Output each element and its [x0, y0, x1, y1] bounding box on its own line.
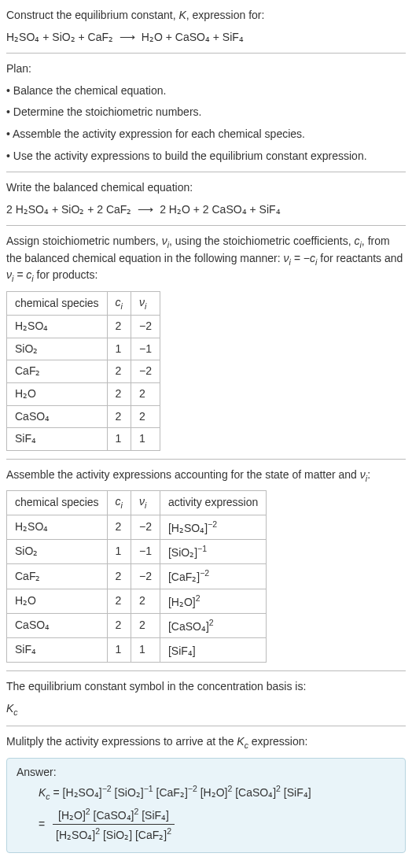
cell: SiF₄ [7, 428, 108, 451]
col-ci: ci [107, 491, 131, 515]
cell: 2 [107, 316, 131, 338]
table-row: H₂SO₄2−2[H₂SO₄]−2 [7, 515, 267, 539]
plan-bullet-2-text: Determine the stoichiometric numbers. [13, 105, 202, 118]
cell: 2 [107, 589, 131, 613]
cell: −2 [131, 316, 160, 338]
multiply-text-a: Mulitply the activity expressions to arr… [6, 735, 237, 748]
intro-text-a: Construct the equilibrium constant, [6, 9, 178, 21]
cell: SiO₂ [7, 540, 108, 564]
plan-bullet-1: • Balance the chemical equation. [6, 83, 406, 99]
divider [6, 53, 406, 54]
nu-symbol: νi [360, 468, 367, 481]
cell: SiF₄ [7, 638, 108, 663]
cell: 2 [107, 515, 131, 539]
table-row: H₂O22[H₂O]2 [7, 589, 267, 613]
table-row: SiF₄11 [7, 428, 160, 451]
plan-bullet-4: • Use the activity expressions to build … [6, 149, 406, 164]
cell: H₂SO₄ [7, 316, 108, 338]
cell: 2 [107, 564, 131, 589]
col-species: chemical species [7, 291, 108, 315]
arrow-icon: ⟶ [116, 31, 138, 43]
assign-paragraph: Assign stoichiometric numbers, νi, using… [6, 234, 406, 284]
stoich-table: chemical species ci νi H₂SO₄2−2 SiO₂1−1 … [6, 291, 160, 451]
plan-bullet-1-text: Balance the chemical equation. [13, 84, 167, 97]
base: [H₂O] [168, 595, 196, 608]
divider [6, 225, 406, 226]
multiply-text: Mulitply the activity expressions to arr… [6, 734, 406, 751]
table-row: H₂O22 [7, 383, 160, 406]
table-row: SiF₄11[SiF₄] [7, 638, 267, 663]
table-row: CaF₂2−2[CaF₂]−2 [7, 564, 267, 589]
fraction: [H₂O]2 [CaSO₄]2 [SiF₄] [H₂SO₄]2 [SiO₂] [… [53, 806, 175, 844]
kc: Kc [39, 786, 50, 799]
balanced-rhs: 2 H₂O + 2 CaSO₄ + SiF₄ [160, 203, 280, 216]
cell: [H₂SO₄]−2 [160, 515, 266, 539]
cell: [SiF₄] [160, 638, 266, 663]
cell: 2 [107, 360, 131, 383]
unbalanced-equation: H₂SO₄ + SiO₂ + CaF₂ ⟶ H₂O + CaSO₄ + SiF₄ [6, 30, 406, 46]
cell: −2 [131, 360, 160, 383]
eq1: νi = −ci [284, 252, 318, 264]
cell: −2 [131, 564, 160, 589]
assemble-heading: Assemble the activity expressions accoun… [6, 467, 406, 484]
eq-rhs: H₂O + CaSO₄ + SiF₄ [142, 31, 244, 43]
c-symbol: ci [355, 235, 362, 247]
cell: 1 [107, 338, 131, 360]
answer-label: Answer: [17, 765, 395, 781]
balanced-lhs: 2 H₂SO₄ + SiO₂ + 2 CaF₂ [6, 203, 131, 216]
col-species: chemical species [7, 491, 108, 515]
fraction-numerator: [H₂O]2 [CaSO₄]2 [SiF₄] [53, 806, 175, 825]
exp: 2 [209, 618, 214, 627]
cell: 1 [107, 540, 131, 564]
assemble-text-b: : [367, 468, 370, 481]
base: [H₂SO₄] [168, 521, 208, 534]
symbol-text: The equilibrium constant symbol in the c… [6, 679, 406, 695]
divider [6, 459, 406, 460]
cell: H₂SO₄ [7, 515, 108, 539]
cell: CaF₂ [7, 360, 108, 383]
col-ci: ci [107, 291, 131, 315]
plan-bullet-2: • Determine the stoichiometric numbers. [6, 105, 406, 120]
cell: −2 [131, 515, 160, 539]
plan-heading: Plan: [6, 61, 406, 77]
assign-text-d: for reactants and [317, 252, 403, 264]
kc-symbol-inline: Kc [237, 735, 248, 748]
eq-lhs: H₂SO₄ + SiO₂ + CaF₂ [6, 31, 113, 43]
cell: 1 [107, 638, 131, 663]
col-activity: activity expression [160, 491, 266, 515]
assign-text-b: , using the stoichiometric coefficients, [169, 235, 355, 247]
base: [CaF₂] [168, 571, 200, 583]
balanced-heading: Write the balanced chemical equation: [6, 180, 406, 196]
divider [6, 172, 406, 172]
table-row: SiO₂1−1 [7, 338, 160, 360]
plan-bullet-3: • Assemble the activity expression for e… [6, 127, 406, 142]
cell: 2 [107, 405, 131, 428]
table-row: SiO₂1−1[SiO₂]−1 [7, 540, 267, 564]
cell: 2 [107, 383, 131, 406]
assign-text-e: for products: [34, 268, 98, 281]
table-row: CaF₂2−2 [7, 360, 160, 383]
cell: 2 [131, 589, 160, 613]
cell: SiO₂ [7, 338, 108, 360]
assign-text-a: Assign stoichiometric numbers, [6, 235, 162, 247]
table-header-row: chemical species ci νi [7, 291, 160, 315]
fraction-denominator: [H₂SO₄]2 [SiO₂] [CaF₂]2 [53, 825, 175, 843]
kc-symbol: Kc [6, 701, 406, 718]
cell: −1 [131, 540, 160, 564]
divider [6, 726, 406, 726]
cell: [CaF₂]−2 [160, 564, 266, 589]
exp: 2 [196, 593, 200, 603]
divider [6, 670, 406, 671]
intro-heading: Construct the equilibrium constant, K, e… [6, 8, 406, 24]
eq2: νi = ci [6, 268, 34, 281]
cell: −1 [131, 338, 160, 360]
arrow-icon: ⟶ [134, 203, 156, 216]
cell: 1 [131, 428, 160, 451]
exp: −2 [200, 568, 209, 578]
cell: [H₂O]2 [160, 589, 266, 613]
cell: 1 [131, 638, 160, 663]
cell: H₂O [7, 589, 108, 613]
exp: −1 [197, 544, 207, 553]
base: [CaSO₄] [168, 619, 209, 632]
answer-line-1: Kc = [H₂SO₄]−2 [SiO₂]−1 [CaF₂]−2 [H₂O]2 … [17, 783, 395, 802]
